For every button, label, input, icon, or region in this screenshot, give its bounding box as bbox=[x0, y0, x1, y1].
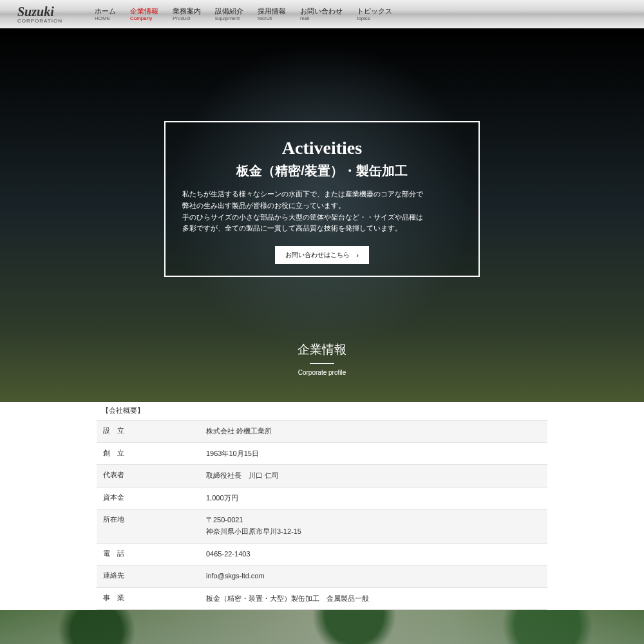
logo-sub: CORPORATION bbox=[17, 19, 62, 24]
table-row: 所在地〒250-0021神奈川県小田原市早川3-12-15 bbox=[97, 509, 547, 543]
nav-label-jp: 企業情報 bbox=[130, 7, 158, 15]
nav-item-home[interactable]: ホームHOME bbox=[95, 7, 116, 22]
site-logo[interactable]: Suzuki CORPORATION bbox=[17, 5, 62, 24]
nav-label-jp: トピックス bbox=[357, 7, 392, 15]
hero-box: Activeities 板金（精密/装置）・製缶加工 私たちが生活する様々なシー… bbox=[164, 121, 480, 277]
table-row: 創 立1963年10月15日 bbox=[97, 442, 547, 465]
table-row: 電 話0465-22-1403 bbox=[97, 543, 547, 565]
nav-label-en: Equipment bbox=[215, 15, 240, 22]
nav-item-recruit[interactable]: 採用情報recruit bbox=[258, 7, 286, 22]
table-row: 事 業板金（精密・装置・大型）製缶加工 金属製品一般 bbox=[97, 587, 547, 610]
company-profile: 【会社概要】 設 立株式会社 鈴機工業所創 立1963年10月15日代表者取締役… bbox=[0, 402, 644, 610]
main-nav: ホームHOME企業情報Company業務案内Product設備紹介Equipme… bbox=[95, 7, 392, 22]
nav-label-jp: 採用情報 bbox=[258, 7, 286, 15]
section-title-en: Corporate profile bbox=[0, 369, 644, 376]
table-row-value: 取締役社長 川口 仁司 bbox=[200, 465, 547, 488]
nav-item-equipment[interactable]: 設備紹介Equipment bbox=[215, 7, 243, 22]
hero-description: 私たちが生活する様々なシーンの水面下で、または産業機器のコアな部分で弊社の生み出… bbox=[182, 189, 462, 234]
profile-table: 設 立株式会社 鈴機工業所創 立1963年10月15日代表者取締役社長 川口 仁… bbox=[97, 420, 547, 610]
nav-item-company[interactable]: 企業情報Company bbox=[130, 7, 158, 22]
table-row: 連絡先info@skgs-ltd.com bbox=[97, 565, 547, 588]
nav-label-en: Product bbox=[173, 15, 191, 22]
nav-label-en: topics bbox=[357, 15, 370, 22]
hero-lower: 企業情報 Corporate profile bbox=[0, 341, 644, 376]
nav-label-jp: 業務案内 bbox=[173, 7, 201, 15]
hero-title: Activeities bbox=[182, 138, 462, 158]
logo-main: Suzuki bbox=[17, 5, 62, 18]
company-name-section: Suzuki Industries Co., Ltd. bbox=[0, 610, 644, 644]
table-row-value: 板金（精密・装置・大型）製缶加工 金属製品一般 bbox=[200, 587, 547, 610]
table-row-value: 〒250-0021神奈川県小田原市早川3-12-15 bbox=[200, 509, 547, 543]
nav-label-jp: 設備紹介 bbox=[215, 7, 243, 15]
table-row-label: 電 話 bbox=[97, 543, 200, 565]
profile-heading: 【会社概要】 bbox=[97, 402, 547, 420]
table-row-value: 株式会社 鈴機工業所 bbox=[200, 421, 547, 443]
table-row-label: 資本金 bbox=[97, 487, 200, 509]
nav-label-en: Company bbox=[130, 15, 152, 22]
table-row-label: 創 立 bbox=[97, 442, 200, 465]
nav-item-product[interactable]: 業務案内Product bbox=[173, 7, 201, 22]
contact-button[interactable]: お問い合わせはこちら › bbox=[275, 246, 369, 264]
chevron-right-icon: › bbox=[356, 251, 359, 259]
hero-subtitle: 板金（精密/装置）・製缶加工 bbox=[182, 162, 462, 180]
table-row-label: 連絡先 bbox=[97, 565, 200, 588]
site-header: Suzuki CORPORATION ホームHOME企業情報Company業務案… bbox=[0, 0, 644, 28]
section-title-divider bbox=[310, 363, 334, 364]
table-row-label: 代表者 bbox=[97, 465, 200, 488]
table-row: 代表者取締役社長 川口 仁司 bbox=[97, 465, 547, 488]
table-row-label: 所在地 bbox=[97, 509, 200, 543]
table-row-label: 事 業 bbox=[97, 587, 200, 610]
table-row-label: 設 立 bbox=[97, 421, 200, 443]
nav-label-en: mail bbox=[300, 15, 310, 22]
nav-item-mail[interactable]: お問い合わせmail bbox=[300, 7, 343, 22]
table-row-value: 1,000万円 bbox=[200, 487, 547, 509]
table-row: 資本金1,000万円 bbox=[97, 487, 547, 509]
nav-label-en: HOME bbox=[95, 15, 110, 22]
nav-label-jp: お問い合わせ bbox=[300, 7, 343, 15]
nav-label-jp: ホーム bbox=[95, 7, 116, 15]
contact-button-label: お問い合わせはこちら bbox=[285, 251, 350, 260]
section-title-jp: 企業情報 bbox=[0, 341, 644, 358]
hero-section: Activeities 板金（精密/装置）・製缶加工 私たちが生活する様々なシー… bbox=[0, 28, 644, 402]
nav-item-topics[interactable]: トピックスtopics bbox=[357, 7, 392, 22]
table-row-value: 1963年10月15日 bbox=[200, 442, 547, 465]
nav-label-en: recruit bbox=[258, 15, 272, 22]
table-row-value: 0465-22-1403 bbox=[200, 543, 547, 565]
table-row: 設 立株式会社 鈴機工業所 bbox=[97, 421, 547, 443]
table-row-value: info@skgs-ltd.com bbox=[200, 565, 547, 588]
